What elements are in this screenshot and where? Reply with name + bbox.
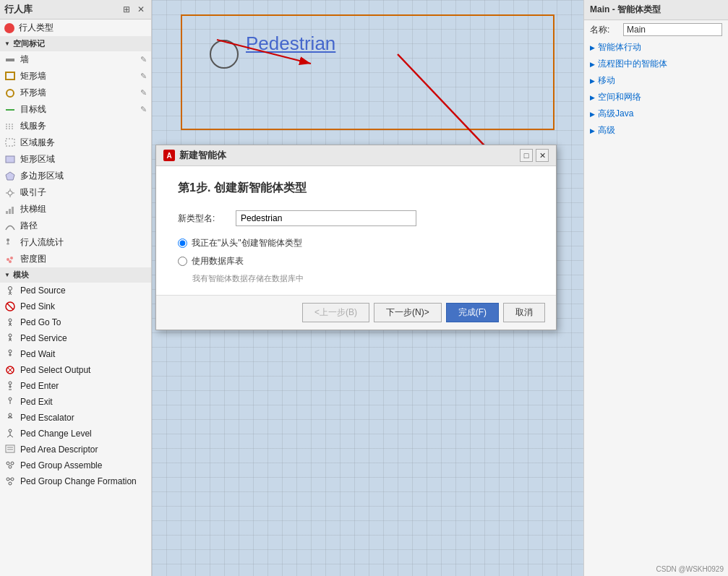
finish-button[interactable]: 完成(F) (446, 303, 499, 322)
radio-from-scratch-label[interactable]: 我正在"从头"创建智能体类型 (192, 237, 302, 249)
main-container: 行人库 ⊞ ✕ 行人类型 ▼ 空间标记 墙 矩形墙 环形墙 (0, 0, 728, 576)
modal-radio-row-2: 使用数据库表 (178, 255, 534, 267)
modal-radio-row-1: 我正在"从头"创建智能体类型 (178, 237, 534, 249)
modal-step-title: 第1步. 创建新智能体类型 (178, 181, 534, 196)
modal-footer: <上一步(B) 下一步(N)> 完成(F) 取消 (156, 295, 556, 330)
modal-controls: □ ✕ (520, 149, 549, 162)
modal-titlebar: A 新建智能体 □ ✕ (156, 145, 556, 166)
radio-use-database-label[interactable]: 使用数据库表 (192, 255, 244, 267)
next-button[interactable]: 下一步(N)> (374, 303, 442, 322)
modal-title: A 新建智能体 (163, 149, 226, 162)
modal-overlay: A 新建智能体 □ ✕ 第1步. 创建新智能体类型 新类型名: 我正在"从头"创… (0, 0, 728, 576)
modal-close-button[interactable]: ✕ (536, 149, 549, 162)
modal-field-label: 新类型名: (178, 212, 236, 225)
radio-from-scratch[interactable] (178, 238, 187, 248)
modal-body: 第1步. 创建新智能体类型 新类型名: 我正在"从头"创建智能体类型 使用数据库… (156, 166, 556, 295)
modal-title-icon: A (163, 150, 175, 161)
radio-use-database[interactable] (178, 257, 187, 266)
modal-type-name-input[interactable] (236, 210, 416, 226)
modal-note: 我有智能体数据存储在数据库中 (192, 273, 534, 284)
prev-button[interactable]: <上一步(B) (302, 303, 369, 322)
modal-field-row: 新类型名: (178, 210, 534, 226)
modal-title-text: 新建智能体 (179, 149, 226, 162)
modal-minimize-button[interactable]: □ (520, 149, 533, 162)
modal-dialog: A 新建智能体 □ ✕ 第1步. 创建新智能体类型 新类型名: 我正在"从头"创… (155, 145, 557, 330)
cancel-button[interactable]: 取消 (503, 303, 545, 322)
watermark: CSDN @WSKH0929 (656, 565, 724, 573)
